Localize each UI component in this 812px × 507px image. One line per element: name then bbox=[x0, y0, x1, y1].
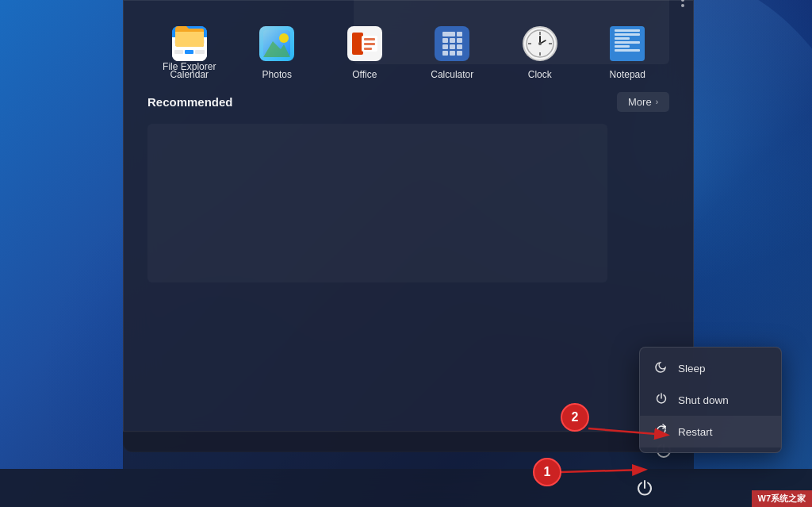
recommended-title: Recommended bbox=[147, 95, 233, 109]
fileexplorer-icon bbox=[170, 17, 209, 55]
office-icon bbox=[346, 25, 384, 63]
svg-rect-6 bbox=[364, 38, 375, 40]
power-context-menu: Sleep Shut down Restart bbox=[639, 347, 782, 453]
recommended-header: Recommended More › bbox=[147, 92, 669, 112]
dot-3 bbox=[681, 4, 684, 7]
fileexplorer-label: File Explorer bbox=[163, 61, 216, 72]
app-fileexplorer[interactable]: File Explorer bbox=[147, 9, 232, 80]
svg-point-16 bbox=[538, 42, 542, 45]
annotation-1: 1 bbox=[533, 458, 561, 486]
svg-rect-4 bbox=[352, 33, 363, 55]
shutdown-menu-item[interactable]: Shut down bbox=[640, 384, 781, 416]
shutdown-label: Shut down bbox=[678, 394, 729, 406]
dot-2 bbox=[681, 0, 684, 2]
start-menu-bottom-bar bbox=[123, 431, 694, 469]
restart-menu-item[interactable]: Restart bbox=[640, 416, 781, 447]
sleep-label: Sleep bbox=[678, 363, 706, 374]
watermark-text: W7系统之家 bbox=[758, 494, 806, 503]
sleep-menu-item[interactable]: Sleep bbox=[640, 352, 781, 384]
clock-icon bbox=[521, 25, 559, 63]
svg-point-2 bbox=[279, 33, 289, 43]
start-menu: Calendar bbox=[123, 0, 694, 452]
svg-rect-7 bbox=[364, 43, 375, 45]
sleep-icon bbox=[654, 360, 668, 376]
photos-icon bbox=[258, 25, 296, 63]
recommended-content-area bbox=[147, 124, 607, 282]
restart-label: Restart bbox=[678, 426, 713, 438]
svg-rect-8 bbox=[364, 48, 372, 50]
more-button[interactable]: More › bbox=[617, 92, 669, 112]
shutdown-icon bbox=[654, 392, 668, 408]
more-button-label: More bbox=[628, 96, 652, 108]
pinned-empty-area bbox=[354, 0, 669, 64]
watermark: W7系统之家 bbox=[752, 490, 813, 507]
chevron-right-icon: › bbox=[656, 98, 658, 106]
power-icon bbox=[636, 479, 653, 497]
more-apps-dots[interactable] bbox=[679, 0, 687, 15]
recommended-section: Recommended More › bbox=[124, 80, 693, 290]
restart-icon bbox=[654, 424, 668, 440]
taskbar bbox=[0, 469, 812, 507]
power-button-taskbar[interactable] bbox=[632, 475, 657, 501]
annotation-2: 2 bbox=[561, 403, 589, 432]
